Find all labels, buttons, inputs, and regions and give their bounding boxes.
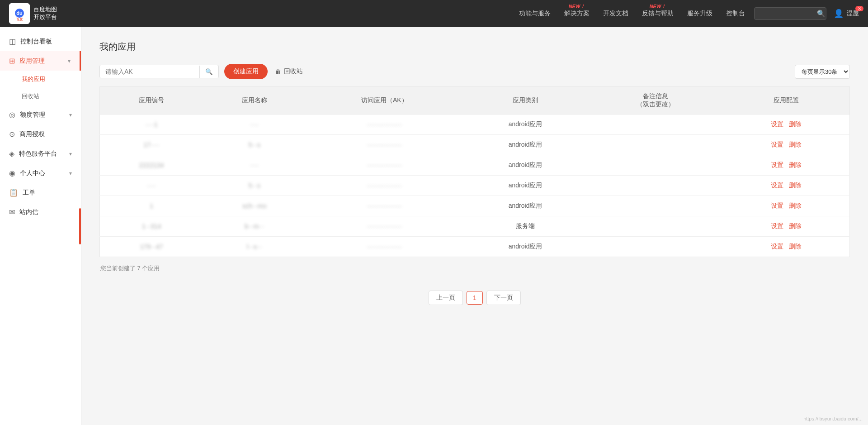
header-search-icon[interactable]: 🔍 xyxy=(817,10,826,18)
recycle-label: 回收站 xyxy=(284,67,303,76)
cell-note-0[interactable] xyxy=(588,115,723,135)
table-row: 1 sch···mo ···················· android应… xyxy=(100,196,850,216)
cell-id-2: 2222134 xyxy=(100,155,203,176)
cell-type-1: android应用 xyxy=(463,135,588,155)
sidebar-sub-my-apps[interactable]: 我的应用 xyxy=(0,71,81,88)
profile-icon: ◉ xyxy=(9,169,15,177)
action-settings-5[interactable]: 设置 xyxy=(771,222,783,229)
cell-note-5[interactable] xyxy=(588,216,723,237)
action-delete-4[interactable]: 删除 xyxy=(789,202,802,209)
cell-note-2[interactable] xyxy=(588,155,723,176)
sidebar-item-app-mgmt[interactable]: ⊞ 应用管理 ▾ xyxy=(0,51,81,71)
quota-icon: ◎ xyxy=(9,110,15,119)
nav-item-docs[interactable]: 开发文档 xyxy=(603,10,628,18)
action-delete-2[interactable]: 删除 xyxy=(789,161,802,168)
sub-label-my-apps: 我的应用 xyxy=(22,76,45,82)
create-app-button[interactable]: 创建应用 xyxy=(224,64,268,79)
current-page[interactable]: 1 xyxy=(467,291,483,305)
action-delete-1[interactable]: 删除 xyxy=(789,141,802,148)
header-user-area[interactable]: 👤 涅屋 3 xyxy=(834,9,859,19)
sidebar-label-messages: 站内信 xyxy=(19,208,38,216)
app-mgmt-icon: ⊞ xyxy=(9,57,15,65)
svg-text:du: du xyxy=(16,10,22,16)
cell-id-1: 17····· xyxy=(100,135,203,155)
next-page-button[interactable]: 下一页 xyxy=(486,291,521,305)
cell-note-6[interactable] xyxy=(588,237,723,257)
recycle-icon: 🗑 xyxy=(275,68,281,75)
nav-item-feedback[interactable]: NEW！ 反馈与帮助 xyxy=(642,10,674,18)
table-body: ·····1 ····· ···················· androi… xyxy=(100,115,850,257)
table-footer-info: 您当前创建了 7 个应用 xyxy=(99,257,850,277)
sidebar-item-messages[interactable]: ✉ 站内信 xyxy=(0,202,81,222)
cell-name-1: 5···s xyxy=(203,135,306,155)
col-header-ak: 访问应用（AK） xyxy=(306,87,463,115)
cell-type-3: android应用 xyxy=(463,176,588,196)
cell-actions-2: 设置 删除 xyxy=(723,155,850,176)
action-delete-6[interactable]: 删除 xyxy=(789,243,802,250)
sidebar-label-license: 商用授权 xyxy=(19,130,45,138)
sidebar-item-dashboard[interactable]: ◫ 控制台看板 xyxy=(0,32,81,51)
sidebar-sub-recycle[interactable]: 回收站 xyxy=(0,88,81,105)
cell-id-5: 1···314 xyxy=(100,216,203,237)
action-settings-4[interactable]: 设置 xyxy=(771,202,783,209)
cell-note-1[interactable] xyxy=(588,135,723,155)
sidebar-item-special[interactable]: ◈ 特色服务平台 ▾ xyxy=(0,144,81,163)
cell-name-5: b···m··· xyxy=(203,216,306,237)
table-header: 应用编号 应用名称 访问应用（AK） 应用类别 备注信息（双击更改） 应用配置 xyxy=(100,87,850,115)
nav-item-features[interactable]: 功能与服务 xyxy=(519,10,551,18)
cell-ak-2: ···················· xyxy=(306,155,463,176)
cell-actions-3: 设置 删除 xyxy=(723,176,850,196)
cell-id-4: 1 xyxy=(100,196,203,216)
sidebar: ◫ 控制台看板 ⊞ 应用管理 ▾ 我的应用 回收站 ◎ 额度管理 ▾ ⊙ 商用授… xyxy=(0,27,81,425)
per-page-select[interactable]: 每页显示30条 每页显示10条 每页显示50条 xyxy=(795,65,850,79)
action-settings-1[interactable]: 设置 xyxy=(771,141,783,148)
action-delete-0[interactable]: 删除 xyxy=(789,120,802,128)
logo-text: 百度地图 开放平台 xyxy=(33,6,57,21)
ak-search-button[interactable]: 🔍 xyxy=(199,66,218,78)
nav-item-solutions[interactable]: NEW！ 解决方案 xyxy=(564,10,590,18)
sidebar-item-ticket[interactable]: 📋 工单 xyxy=(0,183,81,202)
cell-type-6: android应用 xyxy=(463,237,588,257)
nav-item-console[interactable]: 控制台 xyxy=(726,10,745,18)
sidebar-label-special: 特色服务平台 xyxy=(19,150,57,158)
cell-actions-6: 设置 删除 xyxy=(723,237,850,257)
cell-name-6: l···s··· xyxy=(203,237,306,257)
action-delete-3[interactable]: 删除 xyxy=(789,181,802,189)
table-row: 179···47 l···s··· ···················· a… xyxy=(100,237,850,257)
sidebar-item-quota[interactable]: ◎ 额度管理 ▾ xyxy=(0,105,81,124)
user-notification-badge: 3 xyxy=(855,6,863,11)
action-settings-2[interactable]: 设置 xyxy=(771,161,783,168)
table-row: 2222134 ····· ···················· andro… xyxy=(100,155,850,176)
table-row: ····· 5···s ···················· android… xyxy=(100,176,850,196)
cell-name-0: ····· xyxy=(203,115,306,135)
action-delete-5[interactable]: 删除 xyxy=(789,222,802,229)
action-settings-3[interactable]: 设置 xyxy=(771,181,783,189)
table-row: 17····· 5···s ···················· andro… xyxy=(100,135,850,155)
col-header-config: 应用配置 xyxy=(723,87,850,115)
col-header-type: 应用类别 xyxy=(463,87,588,115)
header-search-box[interactable]: 🔍 xyxy=(754,7,826,20)
cell-note-3[interactable] xyxy=(588,176,723,196)
cell-note-4[interactable] xyxy=(588,196,723,216)
cell-ak-0: ···················· xyxy=(306,115,463,135)
arrow-icon-app-mgmt: ▾ xyxy=(68,58,71,64)
sidebar-item-profile[interactable]: ◉ 个人中心 ▾ xyxy=(0,163,81,183)
prev-page-button[interactable]: 上一页 xyxy=(429,291,463,305)
header-nav: 功能与服务 NEW！ 解决方案 开发文档 NEW！ 反馈与帮助 服务升级 控制台 xyxy=(519,10,745,18)
action-settings-0[interactable]: 设置 xyxy=(771,120,783,128)
action-settings-6[interactable]: 设置 xyxy=(771,243,783,250)
nav-item-upgrade[interactable]: 服务升级 xyxy=(687,10,712,18)
cell-name-4: sch···mo xyxy=(203,196,306,216)
cell-id-3: ····· xyxy=(100,176,203,196)
sidebar-scrollbar-thumb[interactable] xyxy=(79,208,81,244)
sub-label-recycle: 回收站 xyxy=(22,93,39,100)
arrow-icon-special: ▾ xyxy=(69,151,72,157)
ak-search-input[interactable] xyxy=(100,65,199,78)
cell-name-2: ····· xyxy=(203,155,306,176)
recycle-bin-button[interactable]: 🗑 回收站 xyxy=(273,64,305,79)
cell-id-6: 179···47 xyxy=(100,237,203,257)
sidebar-item-license[interactable]: ⊙ 商用授权 xyxy=(0,124,81,144)
cell-ak-3: ···················· xyxy=(306,176,463,196)
header-search-input[interactable] xyxy=(759,10,813,17)
table-row: 1···314 b···m··· ···················· 服务… xyxy=(100,216,850,237)
